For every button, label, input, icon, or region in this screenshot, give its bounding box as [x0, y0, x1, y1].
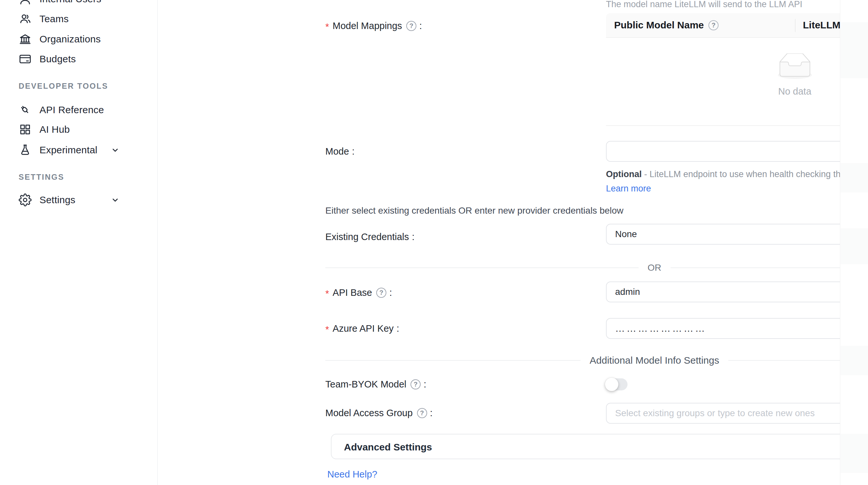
api-base-label: * API Base ? : — [326, 286, 392, 299]
sidebar-item-label: Budgets — [39, 54, 76, 65]
table-empty-body: No data — [606, 38, 868, 126]
or-text: OR — [639, 263, 671, 273]
sidebar-item-organizations[interactable]: Organizations — [0, 29, 158, 49]
required-asterisk: * — [326, 324, 329, 335]
required-asterisk: * — [326, 22, 329, 32]
sidebar-item-label: Organizations — [39, 34, 101, 45]
page-right-edge — [840, 0, 868, 485]
model-access-group-label: Model Access Group ? : — [326, 408, 433, 418]
sidebar-item-api-reference[interactable]: API Reference — [0, 100, 158, 120]
chevron-down-icon — [111, 146, 119, 154]
sidebar-section-developer-tools: DEVELOPER TOOLS — [19, 82, 108, 91]
model-mappings-table: Public Model Name ? LiteLLM Model Name ? — [606, 13, 868, 126]
sidebar-section-settings: SETTINGS — [19, 172, 64, 182]
sidebar: Internal Users Teams Organizations Budge… — [0, 0, 158, 485]
empty-text: No data — [606, 86, 868, 97]
sidebar-item-teams[interactable]: Teams — [0, 9, 158, 29]
add-model-form: The model name LiteLLM will send to the … — [158, 0, 868, 485]
sidebar-item-experimental[interactable]: Experimental — [0, 140, 158, 160]
help-icon[interactable]: ? — [406, 21, 416, 31]
api-base-input[interactable] — [606, 282, 868, 302]
credit-card-icon — [19, 53, 32, 66]
mode-select[interactable] — [606, 141, 868, 162]
help-icon[interactable]: ? — [417, 408, 427, 418]
empty-box-icon — [774, 54, 816, 80]
need-help-link[interactable]: Need Help? — [327, 469, 377, 480]
team-byok-label: Team-BYOK Model ? : — [326, 379, 426, 390]
plug-icon — [19, 103, 32, 117]
sidebar-item-ai-hub[interactable]: AI Hub — [0, 119, 158, 139]
sidebar-item-label: AI Hub — [39, 124, 70, 135]
sidebar-item-label: Teams — [39, 13, 68, 25]
litellm-model-name-description: The model name LiteLLM will send to the … — [606, 0, 802, 9]
model-access-group-input[interactable] — [607, 408, 868, 418]
api-base-value[interactable] — [607, 287, 868, 297]
additional-model-info-divider: Additional Model Info Settings — [326, 355, 868, 366]
help-icon[interactable]: ? — [376, 288, 386, 298]
sidebar-item-label: Settings — [39, 194, 75, 205]
model-mappings-label: * Model Mappings ? : — [326, 20, 422, 32]
users-icon — [19, 12, 32, 26]
sidebar-item-label: API Reference — [39, 104, 104, 116]
help-icon[interactable]: ? — [410, 379, 421, 389]
azure-api-key-label: * Azure API Key : — [326, 322, 399, 335]
bank-icon — [19, 33, 32, 46]
grid-icon — [19, 123, 32, 136]
or-divider: OR — [326, 263, 868, 273]
mode-label: Mode : — [326, 146, 355, 157]
chevron-down-icon — [111, 196, 119, 204]
empty-state: No data — [606, 54, 868, 97]
toggle-knob — [605, 378, 618, 391]
azure-api-key-value[interactable] — [607, 323, 868, 334]
existing-credentials-select[interactable] — [606, 224, 868, 245]
sidebar-item-budgets[interactable]: Budgets — [0, 49, 158, 69]
sidebar-item-label: Internal Users — [39, 0, 101, 5]
sidebar-item-label: Experimental — [39, 144, 97, 156]
advanced-settings-title: Advanced Settings — [344, 442, 432, 453]
flask-icon — [19, 143, 32, 157]
required-asterisk: * — [326, 288, 329, 299]
table-header-row: Public Model Name ? LiteLLM Model Name ? — [606, 13, 868, 38]
add-model-page: Internal Users Teams Organizations Budge… — [0, 0, 868, 485]
model-access-group-select[interactable] — [606, 403, 868, 424]
learn-more-link[interactable]: Learn more — [606, 184, 651, 193]
column-public-model-name: Public Model Name ? — [606, 13, 795, 37]
existing-credentials-value[interactable] — [607, 229, 868, 239]
advanced-settings-panel[interactable]: Advanced Settings — [331, 434, 868, 459]
sidebar-item-settings[interactable]: Settings — [0, 190, 158, 210]
sidebar-item-internal-users[interactable]: Internal Users — [0, 0, 158, 9]
azure-api-key-input[interactable] — [606, 318, 868, 339]
mode-help-text: Optional - LiteLLM endpoint to use when … — [606, 167, 868, 196]
existing-credentials-label: Existing Credentials : — [326, 232, 414, 243]
team-byok-toggle[interactable] — [606, 378, 627, 390]
credentials-note: Either select existing credentials OR en… — [326, 205, 624, 216]
help-icon[interactable]: ? — [708, 20, 718, 30]
gear-icon — [19, 193, 32, 206]
user-icon — [19, 0, 32, 5]
divider-title: Additional Model Info Settings — [581, 355, 728, 366]
